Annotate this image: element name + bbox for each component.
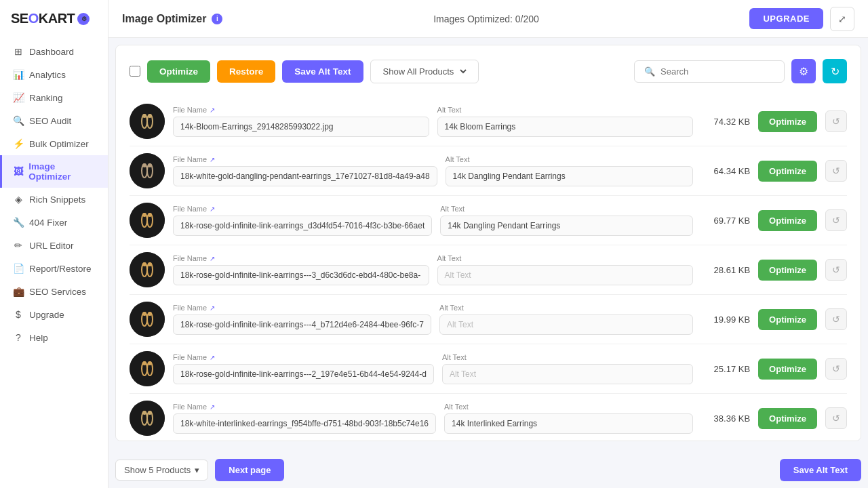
file-name-group: File Name ↗ 18k-white-gold-dangling-pend… xyxy=(173,155,437,186)
sidebar-item-seo-services[interactable]: 💼SEO Services xyxy=(0,280,108,303)
restore-button[interactable]: Restore xyxy=(217,60,275,83)
external-link-icon[interactable]: ↗ xyxy=(210,205,215,213)
file-name-input[interactable]: 18k-rose-gold-infinite-link-earrings---2… xyxy=(173,364,434,384)
restore-row-button[interactable]: ↺ xyxy=(825,259,847,281)
sidebar-item-url-editor[interactable]: ✏URL Editor xyxy=(0,234,108,257)
file-size: 38.36 KB xyxy=(701,413,750,424)
svg-point-13 xyxy=(142,213,146,217)
sidebar-item-upgrade[interactable]: $Upgrade xyxy=(0,303,108,326)
restore-row-button[interactable]: ↺ xyxy=(825,110,847,132)
optimize-row-button[interactable]: Optimize xyxy=(758,210,817,231)
topbar-actions: UPGRADE ⤢ xyxy=(749,7,854,31)
search-input[interactable] xyxy=(660,66,774,77)
alt-text-input[interactable]: Alt Text xyxy=(437,265,694,285)
optimize-toolbar-button[interactable]: Optimize xyxy=(147,60,210,83)
sidebar-item-label: Ranking xyxy=(29,93,63,103)
file-name-label: File Name ↗ xyxy=(173,254,429,262)
external-link-icon[interactable]: ↗ xyxy=(210,106,215,114)
optimize-row-button[interactable]: Optimize xyxy=(758,260,817,281)
search-box[interactable]: 🔍 xyxy=(634,60,785,83)
sidebar-item-ranking[interactable]: 📈Ranking xyxy=(0,86,108,109)
external-link-icon[interactable]: ↗ xyxy=(210,354,215,361)
alt-text-input[interactable]: 14k Interlinked Earrings xyxy=(444,413,693,434)
optimize-row-button[interactable]: Optimize xyxy=(758,161,817,182)
external-link-icon[interactable]: ↗ xyxy=(210,403,215,411)
file-name-input[interactable]: 18k-rose-gold-infinite-link-earrings---4… xyxy=(173,314,431,335)
sidebar-item-seo-audit[interactable]: 🔍SEO Audit xyxy=(0,109,108,132)
alt-text-label: Alt Text xyxy=(437,254,694,262)
svg-point-8 xyxy=(142,163,146,167)
alt-text-input[interactable]: 14k Dangling Pendant Earrings xyxy=(446,166,693,186)
restore-row-button[interactable]: ↺ xyxy=(825,209,847,231)
settings-button[interactable]: ⚙ xyxy=(791,59,816,83)
alt-text-input[interactable]: Alt Text xyxy=(442,364,693,384)
alt-text-input[interactable]: Alt Text xyxy=(439,314,693,335)
optimize-row-button[interactable]: Optimize xyxy=(758,359,817,380)
product-thumbnail xyxy=(130,351,165,386)
bulk-optimizer-icon: ⚡ xyxy=(13,138,24,149)
save-alt-text-button[interactable]: Save Alt Text xyxy=(282,60,363,83)
external-link-icon[interactable]: ↗ xyxy=(210,255,215,262)
optimize-row-button[interactable]: Optimize xyxy=(758,111,817,132)
show-products-select-wrapper[interactable]: Show All Products Show 5 Products Show 1… xyxy=(370,60,479,83)
sidebar-item-label: Analytics xyxy=(29,70,66,80)
select-all-checkbox[interactable] xyxy=(130,66,140,77)
footer-left: Show 5 Products ▾ Next page xyxy=(115,459,284,481)
optimize-row-button[interactable]: Optimize xyxy=(758,309,817,330)
restore-row-button[interactable]: ↺ xyxy=(825,407,847,429)
info-icon[interactable]: i xyxy=(212,14,222,24)
file-name-input[interactable]: 18k-rose-gold-infinite-link-earrings---3… xyxy=(173,265,429,285)
show-products-select[interactable]: Show All Products Show 5 Products Show 1… xyxy=(380,66,469,77)
external-link-icon[interactable]: ↗ xyxy=(210,156,215,163)
upgrade-button[interactable]: UPGRADE xyxy=(749,8,823,29)
restore-row-button[interactable]: ↺ xyxy=(825,160,847,182)
file-name-group: File Name ↗ 18k-rose-gold-infinite-link-… xyxy=(173,205,432,236)
per-page-select-wrapper[interactable]: Show 5 Products ▾ xyxy=(115,460,208,481)
next-page-button[interactable]: Next page xyxy=(215,459,284,481)
alt-text-label: Alt Text xyxy=(442,353,693,361)
restore-row-button[interactable]: ↺ xyxy=(825,308,847,330)
sidebar-item-label: Bulk Optimizer xyxy=(29,139,89,149)
footer: Show 5 Products ▾ Next page Save Alt Tex… xyxy=(108,448,868,488)
per-page-label: Show 5 Products xyxy=(124,465,191,475)
alt-text-group: Alt Text 14k Dangling Pendant Earrings xyxy=(440,205,693,236)
svg-point-9 xyxy=(148,163,152,167)
chevron-down-icon: ▾ xyxy=(195,465,199,475)
report-restore-icon: 📄 xyxy=(13,263,24,274)
toolbar: Optimize Restore Save Alt Text Show All … xyxy=(130,59,847,83)
sidebar-item-analytics[interactable]: 📊Analytics xyxy=(0,63,108,86)
svg-point-34 xyxy=(148,411,152,415)
file-name-group: File Name ↗ 18k-rose-gold-infinite-link-… xyxy=(173,254,429,285)
restore-row-button[interactable]: ↺ xyxy=(825,358,847,380)
sidebar-item-bulk-optimizer[interactable]: ⚡Bulk Optimizer xyxy=(0,132,108,155)
app-logo: SEOKART ⚙ xyxy=(0,11,108,40)
svg-point-19 xyxy=(148,262,152,266)
file-size: 74.32 KB xyxy=(701,117,750,127)
refresh-button[interactable]: ↻ xyxy=(823,59,847,83)
svg-point-3 xyxy=(142,114,146,118)
sidebar-item-report-restore[interactable]: 📄Report/Restore xyxy=(0,257,108,280)
file-name-input[interactable]: 18k-white-gold-dangling-pendant-earrings… xyxy=(173,166,437,186)
sidebar-item-image-optimizer[interactable]: 🖼Image Optimizer xyxy=(0,155,108,188)
optimize-row-button[interactable]: Optimize xyxy=(758,408,817,429)
sidebar-item-404-fixer[interactable]: 🔧404 Fixer xyxy=(0,211,108,234)
file-name-label: File Name ↗ xyxy=(173,106,429,114)
expand-button[interactable]: ⤢ xyxy=(830,7,854,31)
file-name-input[interactable]: 14k-Bloom-Earrings_29148285993022.jpg xyxy=(173,117,429,137)
alt-text-group: Alt Text Alt Text xyxy=(442,353,693,384)
file-name-label: File Name ↗ xyxy=(173,155,437,163)
file-size: 64.34 KB xyxy=(701,166,750,176)
image-table: File Name ↗ 14k-Bloom-Earrings_291482859… xyxy=(130,97,847,441)
file-name-input[interactable]: 18k-rose-gold-infinite-link-earrings_d3d… xyxy=(173,216,432,236)
sidebar-item-dashboard[interactable]: ⊞Dashboard xyxy=(0,40,108,63)
product-thumbnail xyxy=(130,252,165,287)
sidebar-item-rich-snippets[interactable]: ◈Rich Snippets xyxy=(0,188,108,211)
external-link-icon[interactable]: ↗ xyxy=(210,304,215,312)
save-alt-text-footer-button[interactable]: Save Alt Text xyxy=(780,459,861,481)
file-name-input[interactable]: 18k-white-interlinked-earrings_f954bffe-… xyxy=(173,413,436,434)
alt-text-input[interactable]: 14k Dangling Pendant Earrings xyxy=(440,216,693,236)
alt-text-label: Alt Text xyxy=(444,403,693,411)
alt-text-input[interactable]: 14k Bloom Earrings xyxy=(437,117,694,137)
seo-services-icon: 💼 xyxy=(13,286,24,297)
sidebar-item-help[interactable]: ?Help xyxy=(0,326,108,349)
